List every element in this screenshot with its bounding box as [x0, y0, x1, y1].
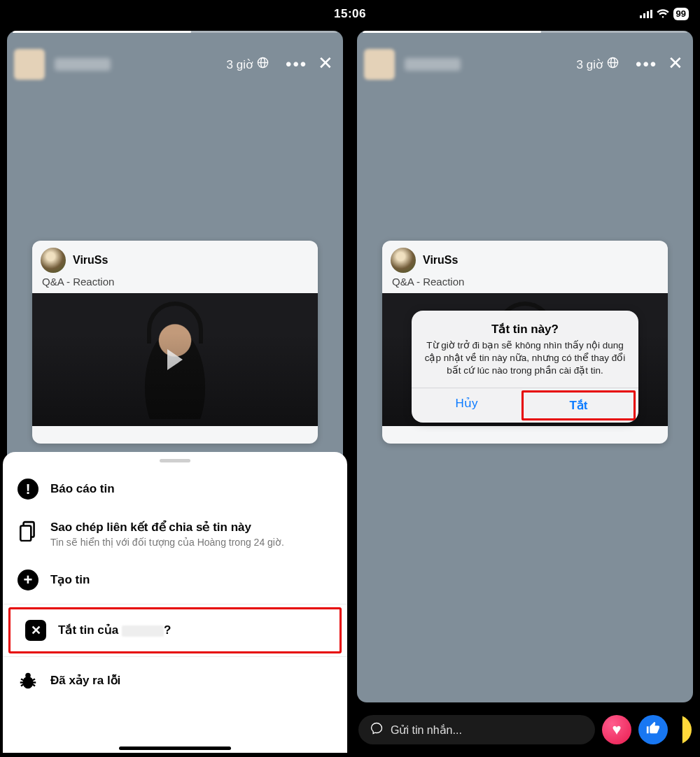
sheet-mute-prefix: Tắt tin của [58, 623, 122, 637]
svg-point-9 [23, 677, 34, 689]
highlight-confirm: Tắt [522, 390, 636, 420]
mute-confirm-dialog: Tắt tin này? Từ giờ trở đi bạn sẽ không … [412, 311, 638, 423]
heart-icon: ♥ [612, 721, 621, 739]
svg-rect-3 [650, 10, 652, 18]
sheet-create-story[interactable]: + Tạo tin [3, 559, 347, 601]
reaction-haha-partial[interactable] [675, 715, 692, 744]
sheet-mute-suffix: ? [164, 623, 171, 637]
story-background: 3 giờ ••• ✕ ViruSs Q&A - Reaction [357, 31, 693, 702]
copy-icon [17, 520, 39, 542]
status-time: 15:06 [334, 7, 366, 21]
close-button[interactable]: ✕ [668, 55, 686, 73]
sheet-copy-title: Sao chép liên kết để chia sẻ tin này [50, 520, 284, 535]
wifi-icon [657, 8, 669, 20]
story-header: 3 giờ ••• ✕ [357, 45, 693, 84]
sheet-report[interactable]: ! Báo cáo tin [3, 468, 347, 510]
card-subtitle: Q&A - Reaction [382, 274, 668, 293]
action-sheet: ! Báo cáo tin Sao chép liên kết để chia … [3, 452, 347, 753]
screen-left: 3 giờ ••• ✕ ViruSs Q&A - Reaction [3, 27, 347, 753]
screen-right: 3 giờ ••• ✕ ViruSs Q&A - Reaction [353, 27, 697, 753]
status-bar: 15:06 99 [0, 0, 700, 28]
story-reply-bar: Gửi tin nhắn... ♥ [358, 715, 692, 744]
x-square-icon: ✕ [24, 619, 47, 642]
bug-icon [17, 670, 39, 692]
reply-input[interactable]: Gửi tin nhắn... [358, 715, 595, 744]
more-options-button[interactable]: ••• [636, 56, 655, 73]
sheet-grabber[interactable] [160, 459, 190, 462]
reaction-like[interactable] [638, 715, 668, 744]
sheet-mute-name-redacted [122, 625, 164, 637]
svg-line-13 [21, 684, 24, 686]
dialog-body-text: Từ giờ trở đi bạn sẽ không nhìn thấy nội… [423, 339, 627, 378]
sheet-copy-link[interactable]: Sao chép liên kết để chia sẻ tin này Tin… [3, 510, 347, 559]
dialog-title: Tắt tin này? [423, 322, 627, 337]
card-profile-avatar [391, 248, 416, 273]
highlight-mute: ✕ Tắt tin của ? [8, 607, 342, 653]
sheet-create-label: Tạo tin [50, 572, 90, 587]
globe-icon [607, 57, 619, 72]
status-icons: 99 [640, 0, 689, 28]
sheet-copy-sub: Tin sẽ hiển thị với đối tượng của Hoàng … [50, 536, 284, 549]
signal-icon [640, 8, 652, 20]
plus-icon: + [17, 569, 39, 591]
time-label: 3 giờ [577, 57, 603, 72]
battery-indicator: 99 [673, 8, 689, 20]
reaction-love[interactable]: ♥ [602, 715, 631, 744]
dialog-confirm-button[interactable]: Tắt [524, 392, 634, 418]
sheet-report-label: Báo cáo tin [50, 482, 115, 496]
story-timestamp: 3 giờ [577, 57, 619, 72]
sheet-mute-label: Tắt tin của ? [58, 623, 171, 637]
svg-point-10 [25, 673, 31, 679]
svg-line-14 [32, 684, 35, 686]
poster-avatar[interactable] [364, 49, 395, 80]
story-progress-bar [363, 31, 687, 33]
thumbs-up-icon [645, 720, 661, 740]
sheet-mute-story[interactable]: ✕ Tắt tin của ? [10, 609, 340, 651]
dialog-cancel-button[interactable]: Hủy [412, 388, 522, 423]
svg-rect-8 [20, 526, 31, 541]
divider [3, 656, 347, 657]
card-profile-name: ViruSs [423, 254, 458, 267]
svg-rect-1 [643, 13, 645, 18]
home-indicator[interactable] [119, 747, 231, 750]
reply-placeholder: Gửi tin nhắn... [391, 723, 462, 737]
divider [3, 604, 347, 604]
sheet-bug-label: Đã xảy ra lỗi [50, 673, 120, 688]
svg-rect-0 [640, 15, 642, 18]
messenger-icon [370, 721, 384, 738]
alert-icon: ! [17, 478, 39, 500]
svg-rect-2 [647, 11, 649, 18]
poster-name-redacted [405, 58, 461, 71]
sheet-bug-report[interactable]: Đã xảy ra lỗi [3, 660, 347, 702]
